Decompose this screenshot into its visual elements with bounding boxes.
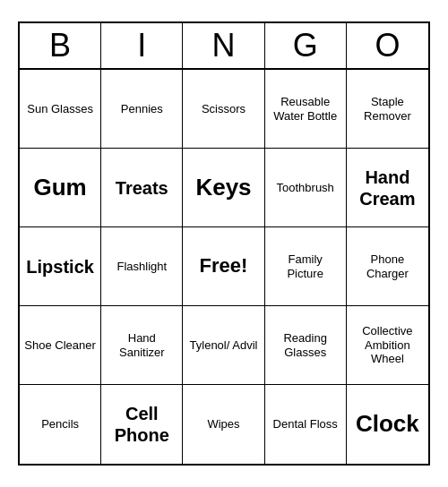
cell-text: Sun Glasses <box>27 102 93 116</box>
header-letter: G <box>265 23 347 68</box>
bingo-cell: Flashlight <box>101 227 183 306</box>
bingo-cell: Staple Remover <box>347 70 428 149</box>
bingo-cell: Shoe Cleaner <box>20 306 101 385</box>
cell-text: Hand Cream <box>350 167 425 209</box>
bingo-cell: Family Picture <box>265 227 347 306</box>
cell-text: Shoe Cleaner <box>24 338 96 353</box>
bingo-cell: Hand Sanitizer <box>101 306 183 385</box>
bingo-cell: Dental Floss <box>265 385 347 464</box>
cell-text: Hand Sanitizer <box>105 331 178 359</box>
cell-text: Staple Remover <box>350 95 425 123</box>
cell-text: Dental Floss <box>273 417 338 431</box>
cell-text: Scissors <box>202 102 246 116</box>
cell-text: Toothbrush <box>277 181 334 195</box>
bingo-card: BINGO Sun GlassesPenniesScissorsReusable… <box>18 21 430 466</box>
bingo-cell: Gum <box>20 149 101 227</box>
bingo-header: BINGO <box>20 23 428 70</box>
bingo-cell: Tylenol/ Advil <box>183 306 264 385</box>
bingo-cell: Collective Ambition Wheel <box>347 306 428 385</box>
cell-text: Pennies <box>121 102 163 116</box>
bingo-cell: Toothbrush <box>265 149 347 227</box>
cell-text: Flashlight <box>116 260 167 274</box>
bingo-cell: Treats <box>101 149 183 227</box>
bingo-cell: Clock <box>347 385 428 464</box>
cell-text: Pencils <box>41 417 79 431</box>
header-letter: O <box>347 23 428 68</box>
cell-text: Free! <box>200 254 248 278</box>
cell-text: Lipstick <box>26 256 94 278</box>
bingo-grid: Sun GlassesPenniesScissorsReusable Water… <box>20 70 428 464</box>
header-letter: I <box>101 23 183 68</box>
cell-text: Wipes <box>207 417 239 431</box>
cell-text: Reading Glasses <box>269 331 342 359</box>
bingo-cell: Keys <box>183 149 264 227</box>
cell-text: Cell Phone <box>105 403 178 446</box>
cell-text: Tylenol/ Advil <box>190 338 258 353</box>
bingo-cell: Wipes <box>183 385 264 464</box>
bingo-cell: Scissors <box>183 70 264 149</box>
cell-text: Keys <box>195 174 251 201</box>
cell-text: Phone Charger <box>350 252 425 280</box>
cell-text: Gum <box>33 174 86 201</box>
bingo-cell: Reading Glasses <box>265 306 347 385</box>
bingo-cell: Lipstick <box>20 227 101 306</box>
bingo-cell: Phone Charger <box>347 227 428 306</box>
bingo-cell: Cell Phone <box>101 385 183 464</box>
bingo-cell: Pennies <box>101 70 183 149</box>
bingo-cell: Hand Cream <box>347 149 428 227</box>
cell-text: Reusable Water Bottle <box>269 95 342 123</box>
header-letter: N <box>183 23 264 68</box>
bingo-cell: Free! <box>183 227 264 306</box>
cell-text: Collective Ambition Wheel <box>350 324 425 366</box>
bingo-cell: Sun Glasses <box>20 70 101 149</box>
cell-text: Treats <box>116 177 168 199</box>
cell-text: Clock <box>356 410 419 438</box>
bingo-cell: Pencils <box>20 385 101 464</box>
header-letter: B <box>20 23 101 68</box>
bingo-cell: Reusable Water Bottle <box>265 70 347 149</box>
cell-text: Family Picture <box>269 252 342 280</box>
